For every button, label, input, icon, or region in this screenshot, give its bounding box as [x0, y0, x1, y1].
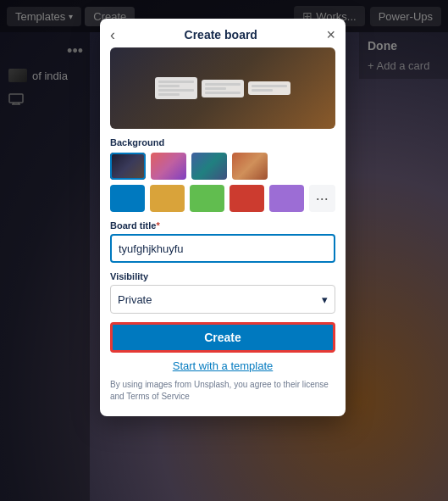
background-label: Background: [100, 137, 346, 153]
close-icon: ×: [326, 26, 335, 43]
preview-line-2: [158, 89, 194, 92]
preview-line-short-2: [158, 93, 180, 96]
preview-line-short: [158, 85, 180, 87]
modal-close-button[interactable]: ×: [326, 27, 335, 42]
swatch-dark[interactable]: [110, 153, 146, 180]
preview-card-3: [248, 81, 290, 95]
preview-card-2: [202, 80, 244, 97]
visibility-dropdown[interactable]: Private ▾: [110, 285, 335, 314]
preview-card-1: [155, 77, 197, 99]
visibility-value: Private: [118, 293, 152, 306]
modal-title: Create board: [115, 28, 326, 42]
visibility-label: Visibility: [100, 263, 346, 285]
color-swatch-purple[interactable]: [269, 185, 304, 212]
board-title-label: Board title*: [100, 212, 346, 234]
background-swatches: [100, 153, 346, 185]
color-swatch-green[interactable]: [190, 185, 224, 212]
footer-note-text: By using images from Unsplash, you agree…: [110, 380, 329, 401]
preview-line-short-3: [205, 87, 226, 90]
board-title-text: Board title: [110, 220, 156, 231]
template-link-text: Start with a template: [173, 359, 274, 372]
swatch-orange[interactable]: [232, 153, 268, 180]
color-swatch-orange[interactable]: [150, 185, 185, 212]
create-button-label: Create: [204, 331, 241, 344]
swatch-pink[interactable]: [151, 153, 186, 180]
required-star: *: [156, 220, 159, 231]
board-preview: [110, 47, 335, 129]
color-swatch-red[interactable]: [230, 185, 264, 212]
board-title-input[interactable]: [110, 234, 335, 263]
preview-line-3: [205, 83, 241, 86]
more-icon: ···: [316, 190, 329, 208]
create-board-button[interactable]: Create: [110, 322, 335, 353]
preview-line-5: [252, 85, 287, 87]
preview-line-4: [205, 92, 241, 94]
footer-note: By using images from Unsplash, you agree…: [100, 372, 346, 403]
swatch-blue[interactable]: [191, 153, 227, 180]
chevron-down-icon: ▾: [322, 293, 328, 306]
modal-header: ‹ Create board ×: [100, 19, 346, 47]
more-colors-button[interactable]: ···: [309, 185, 335, 212]
color-swatches: ···: [100, 185, 346, 212]
create-board-modal: ‹ Create board × Background: [100, 19, 346, 416]
preview-line-short-4: [252, 89, 273, 92]
color-swatch-blue[interactable]: [110, 185, 145, 212]
template-link[interactable]: Start with a template: [100, 359, 346, 372]
preview-line: [158, 81, 194, 83]
